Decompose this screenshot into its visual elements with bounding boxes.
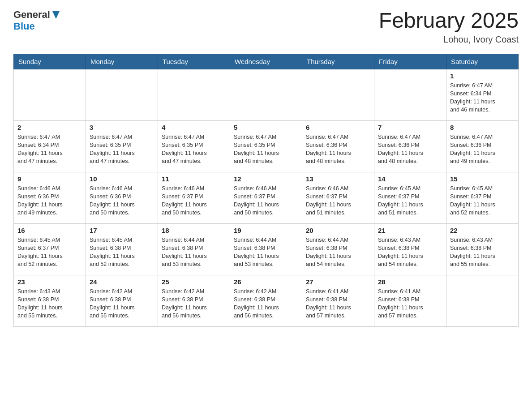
day-info: Sunrise: 6:45 AMSunset: 6:37 PMDaylight:… bbox=[378, 184, 442, 217]
day-number: 7 bbox=[378, 124, 442, 131]
calendar-day-cell: 13Sunrise: 6:46 AMSunset: 6:37 PMDayligh… bbox=[302, 172, 374, 223]
calendar-day-cell bbox=[302, 69, 374, 120]
calendar-day-cell: 16Sunrise: 6:45 AMSunset: 6:37 PMDayligh… bbox=[14, 223, 86, 275]
weekday-header-friday: Friday bbox=[374, 54, 446, 69]
day-number: 21 bbox=[378, 227, 442, 234]
day-number: 10 bbox=[90, 175, 154, 183]
day-info: Sunrise: 6:47 AMSunset: 6:34 PMDaylight:… bbox=[450, 81, 515, 114]
calendar-week-row: 23Sunrise: 6:43 AMSunset: 6:38 PMDayligh… bbox=[14, 275, 519, 326]
calendar-day-cell: 21Sunrise: 6:43 AMSunset: 6:38 PMDayligh… bbox=[374, 223, 446, 275]
calendar-day-cell: 26Sunrise: 6:42 AMSunset: 6:38 PMDayligh… bbox=[230, 275, 302, 326]
day-number: 24 bbox=[90, 278, 154, 286]
calendar-day-cell: 22Sunrise: 6:43 AMSunset: 6:38 PMDayligh… bbox=[446, 223, 519, 275]
day-info: Sunrise: 6:44 AMSunset: 6:38 PMDaylight:… bbox=[306, 236, 370, 269]
weekday-header-wednesday: Wednesday bbox=[230, 54, 302, 69]
day-info: Sunrise: 6:42 AMSunset: 6:38 PMDaylight:… bbox=[162, 287, 226, 320]
weekday-header-sunday: Sunday bbox=[14, 54, 86, 69]
weekday-header-thursday: Thursday bbox=[302, 54, 374, 69]
day-number: 23 bbox=[17, 278, 82, 286]
logo-blue-text: Blue bbox=[13, 21, 35, 32]
calendar-day-cell bbox=[446, 275, 519, 326]
day-info: Sunrise: 6:46 AMSunset: 6:36 PMDaylight:… bbox=[90, 184, 154, 217]
day-number: 17 bbox=[90, 227, 154, 234]
calendar-day-cell: 17Sunrise: 6:45 AMSunset: 6:38 PMDayligh… bbox=[86, 223, 158, 275]
day-info: Sunrise: 6:47 AMSunset: 6:35 PMDaylight:… bbox=[162, 133, 226, 166]
day-number: 14 bbox=[378, 175, 442, 183]
day-number: 26 bbox=[234, 278, 298, 286]
calendar-day-cell: 19Sunrise: 6:44 AMSunset: 6:38 PMDayligh… bbox=[230, 223, 302, 275]
day-info: Sunrise: 6:46 AMSunset: 6:36 PMDaylight:… bbox=[17, 184, 82, 217]
logo-arrow-icon bbox=[51, 10, 61, 20]
day-info: Sunrise: 6:45 AMSunset: 6:38 PMDaylight:… bbox=[90, 236, 154, 269]
day-info: Sunrise: 6:47 AMSunset: 6:35 PMDaylight:… bbox=[234, 133, 298, 166]
calendar-table: SundayMondayTuesdayWednesdayThursdayFrid… bbox=[13, 54, 519, 327]
calendar-week-row: 2Sunrise: 6:47 AMSunset: 6:34 PMDaylight… bbox=[14, 120, 519, 172]
day-info: Sunrise: 6:47 AMSunset: 6:36 PMDaylight:… bbox=[378, 133, 442, 166]
page-header: General Blue February 2025 Lohou, Ivory … bbox=[13, 9, 519, 45]
calendar-day-cell: 20Sunrise: 6:44 AMSunset: 6:38 PMDayligh… bbox=[302, 223, 374, 275]
day-info: Sunrise: 6:42 AMSunset: 6:38 PMDaylight:… bbox=[234, 287, 298, 320]
logo: General Blue bbox=[13, 9, 61, 32]
day-info: Sunrise: 6:43 AMSunset: 6:38 PMDaylight:… bbox=[17, 287, 82, 320]
day-info: Sunrise: 6:44 AMSunset: 6:38 PMDaylight:… bbox=[234, 236, 298, 269]
weekday-header-saturday: Saturday bbox=[446, 54, 519, 69]
day-number: 11 bbox=[162, 175, 226, 183]
day-number: 18 bbox=[162, 227, 226, 234]
day-number: 4 bbox=[162, 124, 226, 131]
day-info: Sunrise: 6:45 AMSunset: 6:37 PMDaylight:… bbox=[17, 236, 82, 269]
day-number: 6 bbox=[306, 124, 370, 131]
day-info: Sunrise: 6:44 AMSunset: 6:38 PMDaylight:… bbox=[162, 236, 226, 269]
location-subtitle: Lohou, Ivory Coast bbox=[379, 34, 519, 45]
calendar-day-cell: 6Sunrise: 6:47 AMSunset: 6:36 PMDaylight… bbox=[302, 120, 374, 172]
calendar-day-cell: 9Sunrise: 6:46 AMSunset: 6:36 PMDaylight… bbox=[14, 172, 86, 223]
calendar-day-cell: 27Sunrise: 6:41 AMSunset: 6:38 PMDayligh… bbox=[302, 275, 374, 326]
calendar-day-cell: 10Sunrise: 6:46 AMSunset: 6:36 PMDayligh… bbox=[86, 172, 158, 223]
day-number: 13 bbox=[306, 175, 370, 183]
calendar-day-cell: 5Sunrise: 6:47 AMSunset: 6:35 PMDaylight… bbox=[230, 120, 302, 172]
weekday-header-monday: Monday bbox=[86, 54, 158, 69]
day-info: Sunrise: 6:42 AMSunset: 6:38 PMDaylight:… bbox=[90, 287, 154, 320]
calendar-day-cell bbox=[86, 69, 158, 120]
calendar-day-cell: 11Sunrise: 6:46 AMSunset: 6:37 PMDayligh… bbox=[158, 172, 230, 223]
day-info: Sunrise: 6:41 AMSunset: 6:38 PMDaylight:… bbox=[306, 287, 370, 320]
calendar-day-cell: 3Sunrise: 6:47 AMSunset: 6:35 PMDaylight… bbox=[86, 120, 158, 172]
day-number: 2 bbox=[17, 124, 82, 131]
calendar-day-cell: 28Sunrise: 6:41 AMSunset: 6:38 PMDayligh… bbox=[374, 275, 446, 326]
calendar-day-cell: 14Sunrise: 6:45 AMSunset: 6:37 PMDayligh… bbox=[374, 172, 446, 223]
day-number: 20 bbox=[306, 227, 370, 234]
day-info: Sunrise: 6:46 AMSunset: 6:37 PMDaylight:… bbox=[234, 184, 298, 217]
day-info: Sunrise: 6:47 AMSunset: 6:35 PMDaylight:… bbox=[90, 133, 154, 166]
calendar-day-cell: 12Sunrise: 6:46 AMSunset: 6:37 PMDayligh… bbox=[230, 172, 302, 223]
svg-marker-0 bbox=[52, 11, 60, 19]
day-number: 28 bbox=[378, 278, 442, 286]
calendar-week-row: 16Sunrise: 6:45 AMSunset: 6:37 PMDayligh… bbox=[14, 223, 519, 275]
day-number: 3 bbox=[90, 124, 154, 131]
day-number: 12 bbox=[234, 175, 298, 183]
calendar-day-cell: 4Sunrise: 6:47 AMSunset: 6:35 PMDaylight… bbox=[158, 120, 230, 172]
calendar-week-row: 9Sunrise: 6:46 AMSunset: 6:36 PMDaylight… bbox=[14, 172, 519, 223]
calendar-day-cell bbox=[374, 69, 446, 120]
calendar-day-cell: 24Sunrise: 6:42 AMSunset: 6:38 PMDayligh… bbox=[86, 275, 158, 326]
calendar-day-cell bbox=[158, 69, 230, 120]
day-number: 15 bbox=[450, 175, 515, 183]
day-info: Sunrise: 6:47 AMSunset: 6:34 PMDaylight:… bbox=[17, 133, 82, 166]
day-number: 19 bbox=[234, 227, 298, 234]
calendar-day-cell: 8Sunrise: 6:47 AMSunset: 6:36 PMDaylight… bbox=[446, 120, 519, 172]
calendar-week-row: 1Sunrise: 6:47 AMSunset: 6:34 PMDaylight… bbox=[14, 69, 519, 120]
calendar-day-cell: 23Sunrise: 6:43 AMSunset: 6:38 PMDayligh… bbox=[14, 275, 86, 326]
day-info: Sunrise: 6:46 AMSunset: 6:37 PMDaylight:… bbox=[162, 184, 226, 217]
day-info: Sunrise: 6:46 AMSunset: 6:37 PMDaylight:… bbox=[306, 184, 370, 217]
calendar-day-cell bbox=[14, 69, 86, 120]
day-number: 8 bbox=[450, 124, 515, 131]
calendar-day-cell: 25Sunrise: 6:42 AMSunset: 6:38 PMDayligh… bbox=[158, 275, 230, 326]
day-info: Sunrise: 6:47 AMSunset: 6:36 PMDaylight:… bbox=[306, 133, 370, 166]
calendar-day-cell bbox=[230, 69, 302, 120]
day-number: 16 bbox=[17, 227, 82, 234]
day-number: 27 bbox=[306, 278, 370, 286]
day-info: Sunrise: 6:45 AMSunset: 6:37 PMDaylight:… bbox=[450, 184, 515, 217]
month-title: February 2025 bbox=[379, 9, 519, 33]
day-number: 1 bbox=[450, 72, 515, 80]
day-number: 22 bbox=[450, 227, 515, 234]
calendar-day-cell: 15Sunrise: 6:45 AMSunset: 6:37 PMDayligh… bbox=[446, 172, 519, 223]
calendar-day-cell: 18Sunrise: 6:44 AMSunset: 6:38 PMDayligh… bbox=[158, 223, 230, 275]
